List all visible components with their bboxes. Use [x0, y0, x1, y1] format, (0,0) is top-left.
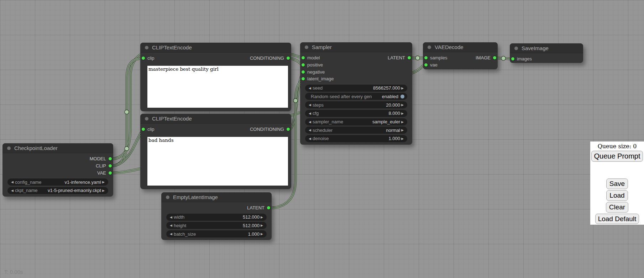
input-port-positive[interactable] [302, 63, 305, 66]
node-header-vae-decode[interactable]: VAEDecode [423, 42, 498, 52]
widget-random-seed-after-every-gen[interactable]: Random seed after every genenabled [305, 93, 407, 100]
decrement-arrow-icon[interactable]: ◀ [308, 85, 312, 92]
input-slot-label: negative [307, 69, 325, 75]
widget-scheduler[interactable]: ◀schedulernormal▶ [305, 127, 407, 134]
node-header-clip-text-encode-positive[interactable]: CLIPTextEncode [140, 43, 291, 53]
widget-width[interactable]: ◀width512.000▶ [166, 214, 267, 221]
save-button[interactable]: Save [606, 178, 628, 189]
input-slot-clip: clip [142, 55, 155, 61]
output-port-conditioning[interactable] [287, 57, 290, 60]
input-port-negative[interactable] [302, 70, 305, 74]
node-vae-decode[interactable]: VAEDecodesamplesIMAGEvae [423, 42, 498, 69]
widget-denoise[interactable]: ◀denoise1.000▶ [305, 135, 407, 142]
input-port-vae[interactable] [424, 63, 428, 66]
output-slot-label: VAE [97, 170, 106, 176]
increment-arrow-icon[interactable]: ▶ [400, 127, 405, 134]
increment-arrow-icon[interactable]: ▶ [260, 222, 264, 229]
node-header-empty-latent-image[interactable]: EmptyLatentImage [161, 192, 272, 202]
prompt-text-input[interactable] [147, 137, 288, 186]
clear-button[interactable]: Clear [606, 202, 628, 213]
widget-steps[interactable]: ◀steps20.000▶ [305, 101, 407, 108]
output-port-conditioning[interactable] [287, 128, 290, 131]
widget-sampler-name[interactable]: ◀sampler_namesample_euler▶ [305, 118, 407, 125]
collapse-dot[interactable] [428, 46, 431, 49]
collapse-dot[interactable] [166, 196, 169, 199]
widget-label: cfg [313, 111, 319, 116]
decrement-arrow-icon[interactable]: ◀ [308, 101, 312, 108]
collapse-dot[interactable] [145, 46, 148, 49]
output-port-vae[interactable] [109, 171, 112, 175]
input-port-images[interactable] [511, 57, 514, 60]
increment-arrow-icon[interactable]: ▶ [400, 118, 405, 125]
decrement-arrow-icon[interactable]: ◀ [308, 110, 312, 117]
increment-arrow-icon[interactable]: ▶ [400, 135, 405, 142]
node-header-checkpoint-loader[interactable]: CheckpointLoader [2, 143, 113, 153]
increment-arrow-icon[interactable]: ▶ [260, 230, 264, 237]
decrement-arrow-icon[interactable]: ◀ [308, 127, 312, 134]
increment-arrow-icon[interactable]: ▶ [400, 101, 405, 108]
widget-seed[interactable]: ◀seed8566257.000▶ [305, 85, 407, 92]
widget-ckpt-name[interactable]: ◀ckpt_namev1-5-pruned-emaonly.ckpt▶ [7, 187, 108, 194]
collapse-dot[interactable] [7, 146, 11, 150]
input-slot-label: latent_image [307, 76, 334, 81]
node-clip-text-encode-positive[interactable]: CLIPTextEncodeclipCONDITIONING [140, 43, 291, 111]
widget-value: enabled [380, 94, 398, 99]
output-port-latent[interactable] [408, 56, 411, 59]
decrement-arrow-icon[interactable]: ◀ [10, 187, 15, 194]
widgets-sampler: ◀seed8566257.000▶Random seed after every… [300, 85, 412, 144]
queue-prompt-button[interactable]: Queue Prompt [591, 151, 643, 162]
output-port-latent[interactable] [267, 206, 270, 209]
node-clip-text-encode-negative[interactable]: CLIPTextEncodeclipCONDITIONING [140, 114, 291, 189]
decrement-arrow-icon[interactable]: ◀ [169, 222, 173, 229]
node-header-save-image[interactable]: SaveImage [510, 43, 583, 53]
output-slot-model: MODEL [90, 156, 112, 161]
increment-arrow-icon[interactable]: ▶ [101, 187, 106, 194]
decrement-arrow-icon[interactable]: ◀ [308, 135, 312, 142]
decrement-arrow-icon[interactable]: ◀ [308, 118, 312, 125]
node-checkpoint-loader[interactable]: CheckpointLoaderMODELCLIPVAE◀config_name… [2, 143, 113, 197]
decrement-arrow-icon[interactable]: ◀ [169, 230, 173, 237]
collapse-dot[interactable] [145, 117, 148, 121]
input-port-samples[interactable] [424, 56, 428, 59]
input-port-clip[interactable] [142, 57, 145, 60]
output-port-clip[interactable] [109, 164, 112, 167]
input-slot-negative: negative [302, 69, 325, 75]
node-title-sampler: Sampler [312, 44, 332, 50]
widget-config-name[interactable]: ◀config_namev1-inference.yaml▶ [7, 178, 108, 186]
widget-value: 8566257.000 [371, 85, 400, 91]
slot-row: VAE [2, 169, 113, 176]
increment-arrow-icon[interactable]: ▶ [400, 85, 405, 92]
nodes-layer: CheckpointLoaderMODELCLIPVAE◀config_name… [0, 0, 644, 278]
node-empty-latent-image[interactable]: EmptyLatentImageLATENT◀width512.000▶◀hei… [161, 192, 272, 240]
node-header-clip-text-encode-negative[interactable]: CLIPTextEncode [140, 114, 291, 124]
widget-cfg[interactable]: ◀cfg8.000▶ [305, 110, 407, 117]
queue-size-label: Queue size: 0 [598, 143, 637, 150]
input-port-clip[interactable] [142, 128, 145, 131]
input-slot-latent_image: latent_image [302, 76, 334, 81]
collapse-dot[interactable] [514, 47, 518, 50]
widget-batch-size[interactable]: ◀batch_size1.000▶ [166, 230, 267, 237]
output-port-image[interactable] [493, 56, 496, 59]
prompt-text-input[interactable] [147, 66, 288, 108]
input-slot-label: positive [307, 62, 323, 68]
load-default-button[interactable]: Load Default [595, 214, 639, 224]
output-slot-latent: LATENT [388, 55, 411, 60]
increment-arrow-icon[interactable]: ▶ [260, 214, 264, 221]
output-slot-label: IMAGE [476, 55, 491, 60]
node-graph-canvas[interactable]: CheckpointLoaderMODELCLIPVAE◀config_name… [0, 0, 644, 278]
node-save-image[interactable]: SaveImageimages [510, 43, 583, 63]
increment-arrow-icon[interactable]: ▶ [101, 178, 106, 186]
load-button[interactable]: Load [606, 190, 628, 201]
collapse-dot[interactable] [305, 46, 308, 49]
widget-height[interactable]: ◀height512.000▶ [166, 222, 267, 229]
decrement-arrow-icon[interactable]: ◀ [10, 178, 15, 186]
decrement-arrow-icon[interactable]: ◀ [169, 214, 173, 221]
node-sampler[interactable]: SamplermodelLATENTpositivenegativelatent… [300, 42, 412, 145]
input-port-model[interactable] [302, 56, 305, 59]
input-port-latent_image[interactable] [302, 77, 305, 80]
toggle-circle[interactable] [400, 95, 404, 98]
node-header-sampler[interactable]: Sampler [300, 42, 412, 52]
output-port-model[interactable] [109, 157, 112, 160]
widget-value: 1.000 [386, 136, 400, 141]
increment-arrow-icon[interactable]: ▶ [400, 110, 405, 117]
